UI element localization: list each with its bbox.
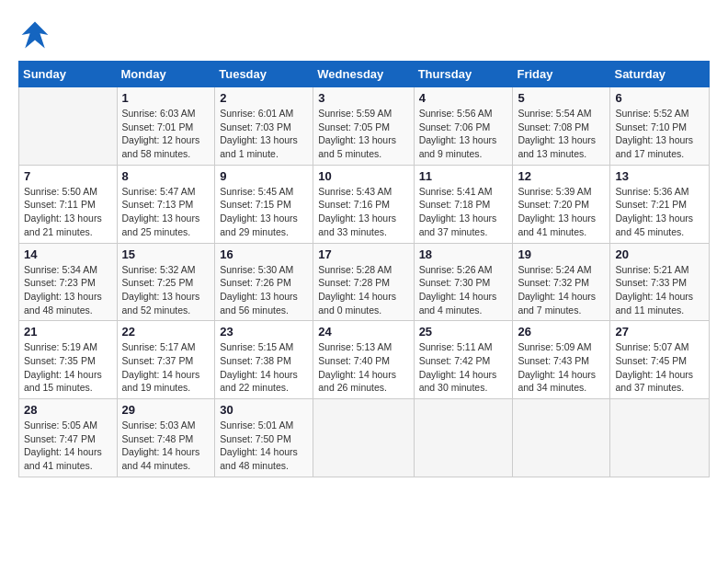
column-header-tuesday: Tuesday [215, 62, 313, 87]
calendar-week-row: 21Sunrise: 5:19 AM Sunset: 7:35 PM Dayli… [19, 321, 710, 399]
page-header [18, 18, 710, 52]
day-number: 16 [220, 247, 308, 261]
calendar-cell: 23Sunrise: 5:15 AM Sunset: 7:38 PM Dayli… [215, 321, 313, 399]
day-number: 1 [122, 91, 210, 105]
calendar-cell: 10Sunrise: 5:43 AM Sunset: 7:16 PM Dayli… [313, 165, 414, 243]
day-info: Sunrise: 5:15 AM Sunset: 7:38 PM Dayligh… [220, 340, 308, 395]
calendar-cell: 15Sunrise: 5:32 AM Sunset: 7:25 PM Dayli… [117, 243, 215, 321]
day-info: Sunrise: 5:41 AM Sunset: 7:18 PM Dayligh… [419, 185, 508, 239]
day-info: Sunrise: 5:21 AM Sunset: 7:33 PM Dayligh… [615, 263, 704, 317]
calendar-cell: 16Sunrise: 5:30 AM Sunset: 7:26 PM Dayli… [215, 243, 313, 321]
calendar-cell: 12Sunrise: 5:39 AM Sunset: 7:20 PM Dayli… [513, 165, 610, 243]
day-number: 12 [518, 169, 605, 183]
day-info: Sunrise: 6:01 AM Sunset: 7:03 PM Dayligh… [220, 107, 308, 161]
day-number: 8 [122, 169, 210, 183]
calendar-cell: 28Sunrise: 5:05 AM Sunset: 7:47 PM Dayli… [19, 399, 118, 477]
calendar-header-row: SundayMondayTuesdayWednesdayThursdayFrid… [19, 62, 710, 87]
calendar-week-row: 1Sunrise: 6:03 AM Sunset: 7:01 PM Daylig… [19, 87, 710, 166]
calendar-cell: 6Sunrise: 5:52 AM Sunset: 7:10 PM Daylig… [610, 87, 710, 166]
calendar-cell: 14Sunrise: 5:34 AM Sunset: 7:23 PM Dayli… [19, 243, 118, 321]
calendar-cell: 19Sunrise: 5:24 AM Sunset: 7:32 PM Dayli… [513, 243, 610, 321]
calendar-cell: 22Sunrise: 5:17 AM Sunset: 7:37 PM Dayli… [117, 321, 215, 399]
day-number: 22 [122, 325, 210, 339]
day-info: Sunrise: 5:28 AM Sunset: 7:28 PM Dayligh… [318, 263, 408, 317]
svg-marker-0 [22, 22, 49, 49]
day-info: Sunrise: 5:34 AM Sunset: 7:23 PM Dayligh… [24, 263, 112, 317]
day-number: 14 [24, 247, 112, 261]
day-info: Sunrise: 5:47 AM Sunset: 7:13 PM Dayligh… [122, 185, 210, 239]
day-info: Sunrise: 5:26 AM Sunset: 7:30 PM Dayligh… [419, 263, 508, 317]
column-header-monday: Monday [117, 62, 215, 87]
calendar-week-row: 7Sunrise: 5:50 AM Sunset: 7:11 PM Daylig… [19, 165, 710, 243]
calendar-cell: 20Sunrise: 5:21 AM Sunset: 7:33 PM Dayli… [610, 243, 710, 321]
day-number: 11 [419, 169, 508, 183]
calendar-cell: 8Sunrise: 5:47 AM Sunset: 7:13 PM Daylig… [117, 165, 215, 243]
calendar-cell: 17Sunrise: 5:28 AM Sunset: 7:28 PM Dayli… [313, 243, 414, 321]
day-info: Sunrise: 5:03 AM Sunset: 7:48 PM Dayligh… [122, 419, 210, 473]
day-info: Sunrise: 5:56 AM Sunset: 7:06 PM Dayligh… [419, 107, 508, 161]
day-number: 27 [615, 325, 704, 339]
day-number: 25 [419, 325, 508, 339]
calendar-cell: 25Sunrise: 5:11 AM Sunset: 7:42 PM Dayli… [414, 321, 513, 399]
day-info: Sunrise: 5:07 AM Sunset: 7:45 PM Dayligh… [615, 340, 704, 395]
calendar-cell: 9Sunrise: 5:45 AM Sunset: 7:15 PM Daylig… [215, 165, 313, 243]
day-number: 4 [419, 91, 508, 105]
day-number: 13 [615, 169, 704, 183]
day-number: 29 [122, 403, 210, 417]
calendar-body: 1Sunrise: 6:03 AM Sunset: 7:01 PM Daylig… [19, 87, 710, 477]
calendar-cell [414, 399, 513, 477]
calendar-cell [513, 399, 610, 477]
column-header-thursday: Thursday [414, 62, 513, 87]
calendar-cell [610, 399, 710, 477]
day-info: Sunrise: 5:17 AM Sunset: 7:37 PM Dayligh… [122, 340, 210, 395]
calendar-cell [19, 87, 118, 166]
column-header-wednesday: Wednesday [313, 62, 414, 87]
day-info: Sunrise: 5:39 AM Sunset: 7:20 PM Dayligh… [518, 185, 605, 239]
day-info: Sunrise: 5:52 AM Sunset: 7:10 PM Dayligh… [615, 107, 704, 161]
day-info: Sunrise: 5:43 AM Sunset: 7:16 PM Dayligh… [318, 185, 408, 239]
calendar-week-row: 14Sunrise: 5:34 AM Sunset: 7:23 PM Dayli… [19, 243, 710, 321]
day-number: 21 [24, 325, 112, 339]
calendar-cell: 1Sunrise: 6:03 AM Sunset: 7:01 PM Daylig… [117, 87, 215, 166]
day-number: 20 [615, 247, 704, 261]
day-number: 17 [318, 247, 408, 261]
day-number: 23 [220, 325, 308, 339]
calendar-cell: 21Sunrise: 5:19 AM Sunset: 7:35 PM Dayli… [19, 321, 118, 399]
day-info: Sunrise: 5:11 AM Sunset: 7:42 PM Dayligh… [419, 340, 508, 395]
calendar-cell: 11Sunrise: 5:41 AM Sunset: 7:18 PM Dayli… [414, 165, 513, 243]
day-number: 10 [318, 169, 408, 183]
day-info: Sunrise: 5:30 AM Sunset: 7:26 PM Dayligh… [220, 263, 308, 317]
day-number: 28 [24, 403, 112, 417]
calendar-cell: 13Sunrise: 5:36 AM Sunset: 7:21 PM Dayli… [610, 165, 710, 243]
day-info: Sunrise: 5:09 AM Sunset: 7:43 PM Dayligh… [518, 340, 605, 395]
day-info: Sunrise: 5:01 AM Sunset: 7:50 PM Dayligh… [220, 419, 308, 473]
calendar-cell: 30Sunrise: 5:01 AM Sunset: 7:50 PM Dayli… [215, 399, 313, 477]
day-number: 7 [24, 169, 112, 183]
calendar-cell: 3Sunrise: 5:59 AM Sunset: 7:05 PM Daylig… [313, 87, 414, 166]
calendar-cell [313, 399, 414, 477]
day-info: Sunrise: 5:13 AM Sunset: 7:40 PM Dayligh… [318, 340, 408, 395]
day-info: Sunrise: 5:24 AM Sunset: 7:32 PM Dayligh… [518, 263, 605, 317]
calendar-cell: 4Sunrise: 5:56 AM Sunset: 7:06 PM Daylig… [414, 87, 513, 166]
logo-icon [18, 18, 51, 52]
day-info: Sunrise: 5:36 AM Sunset: 7:21 PM Dayligh… [615, 185, 704, 239]
column-header-sunday: Sunday [19, 62, 118, 87]
calendar-cell: 27Sunrise: 5:07 AM Sunset: 7:45 PM Dayli… [610, 321, 710, 399]
day-info: Sunrise: 5:19 AM Sunset: 7:35 PM Dayligh… [24, 340, 112, 395]
calendar-cell: 24Sunrise: 5:13 AM Sunset: 7:40 PM Dayli… [313, 321, 414, 399]
day-number: 18 [419, 247, 508, 261]
day-info: Sunrise: 5:05 AM Sunset: 7:47 PM Dayligh… [24, 419, 112, 473]
day-info: Sunrise: 5:50 AM Sunset: 7:11 PM Dayligh… [24, 185, 112, 239]
day-number: 24 [318, 325, 408, 339]
column-header-friday: Friday [513, 62, 610, 87]
day-number: 30 [220, 403, 308, 417]
column-header-saturday: Saturday [610, 62, 710, 87]
calendar-week-row: 28Sunrise: 5:05 AM Sunset: 7:47 PM Dayli… [19, 399, 710, 477]
calendar-cell: 7Sunrise: 5:50 AM Sunset: 7:11 PM Daylig… [19, 165, 118, 243]
logo [18, 18, 57, 52]
calendar-cell: 26Sunrise: 5:09 AM Sunset: 7:43 PM Dayli… [513, 321, 610, 399]
calendar-cell: 5Sunrise: 5:54 AM Sunset: 7:08 PM Daylig… [513, 87, 610, 166]
day-number: 6 [615, 91, 704, 105]
day-number: 2 [220, 91, 308, 105]
day-number: 26 [518, 325, 605, 339]
